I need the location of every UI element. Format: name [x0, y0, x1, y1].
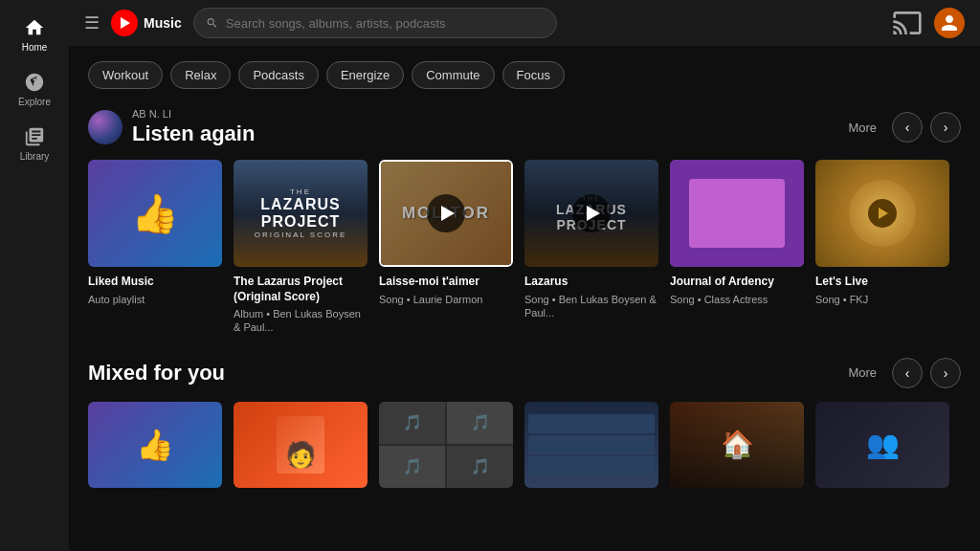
- youtube-music-logo: [111, 10, 138, 36]
- ardency-img: [670, 160, 804, 267]
- section-header-listen-again: AB N. LI Listen again More ‹ ›: [88, 108, 961, 146]
- play-circle-lazarus2: [572, 194, 611, 232]
- chip-energize[interactable]: Energize: [326, 61, 404, 89]
- liked-thumb: 👍: [88, 160, 222, 267]
- sidebar: Home Explore Library: [0, 0, 69, 551]
- mixed-cards: 👍 🧑: [88, 402, 961, 496]
- card-thumb-molitor: MOLITOR: [379, 160, 513, 267]
- sidebar-item-home[interactable]: Home: [0, 8, 69, 62]
- avatar-icon: [940, 13, 959, 33]
- card-sub-letslive: Song • FKJ: [815, 293, 949, 306]
- card-title-ardency: Journal of Ardency: [670, 275, 804, 290]
- mixed-more-button[interactable]: More: [840, 362, 884, 384]
- lazarus-project: PROJECT: [255, 213, 347, 231]
- sidebar-item-library[interactable]: Library: [0, 117, 69, 171]
- search-icon: [206, 16, 218, 30]
- card-thumb-ardency: [670, 160, 804, 267]
- sidebar-item-library-label: Library: [20, 151, 50, 162]
- home-icon: [24, 17, 45, 38]
- card-thumb-lazarus: THE LAZARUS PROJECT ORIGINAL SCORE: [234, 160, 368, 267]
- mood-chips: Workout Relax Podcasts Energize Commute …: [88, 61, 961, 89]
- listen-again-cards: 👍 Liked Music Auto playlist THE LAZARUS: [88, 160, 961, 335]
- ardency-thumb: [670, 160, 804, 267]
- lazarus-thumb: THE LAZARUS PROJECT ORIGINAL SCORE: [234, 160, 368, 267]
- library-icon: [24, 126, 45, 147]
- main-area: ☰ Music Workout Relax: [69, 0, 980, 551]
- play-overlay-lazarus2: [524, 160, 658, 267]
- chip-workout[interactable]: Workout: [88, 61, 163, 89]
- sidebar-item-explore[interactable]: Explore: [0, 62, 69, 117]
- listen-again-prev-button[interactable]: ‹: [892, 112, 923, 143]
- menu-icon[interactable]: ☰: [84, 12, 100, 33]
- mixed-thumb-6: 👥: [815, 402, 949, 488]
- card-lazarus-project[interactable]: THE LAZARUS PROJECT ORIGINAL SCORE The L…: [234, 160, 368, 335]
- cast-icon[interactable]: [892, 8, 923, 38]
- card-title-molitor: Laisse-moi t'aimer: [379, 275, 513, 290]
- lazarus-sub: ORIGINAL SCORE: [255, 231, 347, 239]
- mixed-thumb-5: 🏠: [670, 402, 804, 488]
- mixed-thumb-4: [524, 402, 658, 488]
- card-ardency[interactable]: Journal of Ardency Song • Class Actress: [670, 160, 804, 335]
- letslive-thumb: [815, 160, 949, 267]
- listen-again-more-button[interactable]: More: [840, 117, 884, 139]
- lazarus-text: THE LAZARUS PROJECT ORIGINAL SCORE: [255, 187, 347, 238]
- mixed-card-6[interactable]: 👥: [815, 402, 949, 496]
- mixed-title: Mixed for you: [88, 361, 831, 386]
- chip-podcasts[interactable]: Podcasts: [238, 61, 318, 89]
- section-avatar: [88, 110, 122, 144]
- explore-icon: [24, 72, 45, 93]
- card-lazarus-song[interactable]: THE LAZARUS PROJECT Lazarus: [524, 160, 658, 335]
- card-sub-ardency: Song • Class Actress: [670, 293, 804, 306]
- content-area: Workout Relax Podcasts Energize Commute …: [69, 46, 980, 551]
- app-name: Music: [144, 15, 182, 31]
- lazarus2-thumb: THE LAZARUS PROJECT: [524, 160, 658, 267]
- thumb-like-icon: 👍: [131, 191, 179, 236]
- mixed-icon-1: 👍: [136, 427, 174, 463]
- chip-relax[interactable]: Relax: [170, 61, 231, 89]
- card-thumb-letslive: [815, 160, 949, 267]
- chip-commute[interactable]: Commute: [412, 61, 494, 89]
- play-triangle: [441, 206, 455, 221]
- sidebar-item-explore-label: Explore: [18, 97, 51, 107]
- mixed-card-2[interactable]: 🧑: [234, 402, 368, 496]
- card-title-lazarus: The Lazarus Project (Original Score): [234, 275, 368, 304]
- search-bar[interactable]: [193, 8, 557, 38]
- search-input[interactable]: [226, 16, 545, 31]
- listen-again-section: AB N. LI Listen again More ‹ › 👍: [88, 108, 961, 335]
- section-title-area: AB N. LI Listen again: [132, 108, 831, 146]
- mixed-title-area: Mixed for you: [88, 361, 831, 386]
- mixed-next-button[interactable]: ›: [930, 358, 961, 388]
- listen-again-next-button[interactable]: ›: [930, 112, 961, 143]
- card-sub-liked: Auto playlist: [88, 293, 222, 306]
- mixed-actions: More ‹ ›: [840, 358, 961, 388]
- chip-focus[interactable]: Focus: [502, 61, 565, 89]
- card-title-letslive: Let's Live: [815, 275, 949, 290]
- card-title-lazarus2: Lazarus: [524, 275, 658, 290]
- mixed-card-5[interactable]: 🏠: [670, 402, 804, 496]
- lazarus-the: THE: [255, 187, 347, 196]
- app-logo: Music: [111, 10, 182, 36]
- avatar[interactable]: [934, 8, 965, 38]
- section-header-mixed: Mixed for you More ‹ ›: [88, 358, 961, 388]
- letslive-ball: [849, 180, 916, 247]
- mixed-for-you-section: Mixed for you More ‹ › 👍: [88, 358, 961, 496]
- card-liked-music[interactable]: 👍 Liked Music Auto playlist: [88, 160, 222, 335]
- mixed-card-4[interactable]: [524, 402, 658, 496]
- card-title-liked: Liked Music: [88, 275, 222, 290]
- mixed-thumb-1: 👍: [88, 402, 222, 488]
- mixed-card-3[interactable]: 🎵 🎵 🎵 🎵: [379, 402, 513, 496]
- section-subtitle: AB N. LI: [132, 108, 831, 120]
- card-sub-molitor: Song • Laurie Darmon: [379, 293, 513, 306]
- card-laisse-moi[interactable]: MOLITOR Laisse-moi t'aimer Song • Laurie…: [379, 160, 513, 335]
- header: ☰ Music: [69, 0, 980, 46]
- section-actions: More ‹ ›: [840, 112, 961, 143]
- sidebar-item-home-label: Home: [22, 42, 48, 53]
- molitor-thumb: MOLITOR: [381, 162, 511, 265]
- card-letslive[interactable]: Let's Live Song • FKJ: [815, 160, 949, 335]
- mixed-prev-button[interactable]: ‹: [892, 358, 923, 388]
- play-overlay: [381, 162, 511, 265]
- lazarus-title: LAZARUS: [255, 196, 347, 213]
- mixed-thumb-3: 🎵 🎵 🎵 🎵: [379, 402, 513, 488]
- section-title: Listen again: [132, 121, 831, 146]
- mixed-card-1[interactable]: 👍: [88, 402, 222, 496]
